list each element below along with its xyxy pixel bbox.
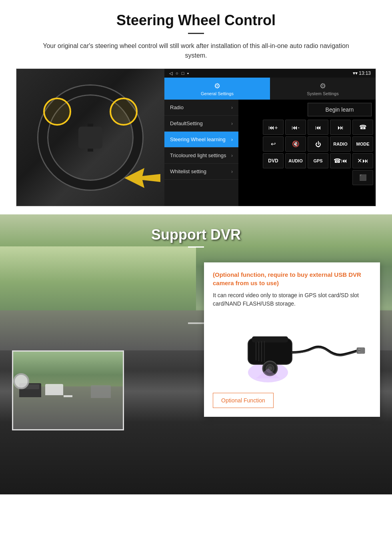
- dvr-camera-image: [213, 314, 371, 386]
- btn-x-next[interactable]: ✕⏭: [352, 153, 373, 168]
- menu-list: Radio › DefaultSetting › Steering Wheel …: [164, 100, 238, 206]
- nav-cast-icon[interactable]: ▪: [187, 71, 189, 76]
- dvr-title-underline: [188, 246, 204, 248]
- svg-rect-9: [358, 351, 360, 353]
- chevron-icon: ›: [231, 169, 233, 174]
- wheel-hub: [78, 126, 102, 148]
- road-line: [188, 322, 204, 324]
- tab-general-label: General Settings: [201, 91, 234, 96]
- control-row-1: ⏮+ ⏮- ⏮ ⏭ ☎: [241, 120, 373, 135]
- chevron-icon: ›: [231, 153, 233, 158]
- chevron-icon: ›: [231, 121, 233, 126]
- nav-square-icon[interactable]: □: [182, 71, 184, 76]
- status-time: ▾▾ 13:13: [353, 70, 371, 76]
- btn-prev-track[interactable]: ⏮: [308, 120, 328, 135]
- btn-mute[interactable]: 🔇: [285, 136, 306, 152]
- dvr-title: Support DVR: [0, 226, 392, 243]
- dvr-section: Support DVR (Optional function, require …: [0, 214, 392, 494]
- svg-rect-3: [252, 336, 288, 342]
- btn-phone-prev[interactable]: ☎⏮: [330, 153, 351, 168]
- optional-function-button[interactable]: Optional Function: [213, 393, 274, 408]
- menu-item-steering-wheel[interactable]: Steering Wheel learning ›: [164, 132, 238, 148]
- btn-audio[interactable]: AUDIO: [285, 153, 306, 168]
- control-row-4: ⬛: [241, 170, 373, 185]
- title-underline: [188, 33, 204, 34]
- menu-steering-label: Steering Wheel learning: [170, 136, 226, 142]
- svg-marker-0: [124, 168, 160, 188]
- btn-gps[interactable]: GPS: [308, 153, 328, 168]
- svg-rect-8: [358, 348, 360, 350]
- menu-item-radio[interactable]: Radio ›: [164, 100, 238, 116]
- nav-home-icon[interactable]: ○: [176, 71, 178, 76]
- btn-volume-up[interactable]: ⏮+: [263, 120, 284, 135]
- status-bar: ◁ ○ □ ▪ ▾▾ 13:13: [164, 69, 376, 78]
- scene-greenery: [0, 246, 196, 318]
- dvr-description: It can record video only to storage in G…: [213, 291, 371, 308]
- control-row-3: DVD AUDIO GPS ☎⏮ ✕⏭: [241, 153, 373, 168]
- thumb-car-3: [91, 385, 111, 398]
- thumb-road-line: [64, 395, 72, 397]
- steering-section: Steering Wheel Control Your original car…: [0, 0, 392, 214]
- general-settings-icon: ⚙: [214, 82, 220, 90]
- system-settings-icon: ⚙: [320, 82, 326, 90]
- steering-demo: ◁ ○ □ ▪ ▾▾ 13:13 ⚙ General Settings ⚙: [16, 68, 376, 206]
- chevron-icon: ›: [231, 137, 233, 142]
- time-display: 13:13: [359, 70, 371, 76]
- arrow-icon: [120, 166, 160, 190]
- highlight-right: [110, 98, 138, 126]
- steering-description: Your original car's steering wheel contr…: [36, 41, 356, 60]
- menu-item-whitelist[interactable]: Whitelist setting ›: [164, 164, 238, 180]
- tab-general-settings[interactable]: ⚙ General Settings: [164, 78, 270, 100]
- menu-tricoloured-label: Tricoloured light settings: [170, 152, 226, 158]
- btn-back-call[interactable]: ↩: [263, 136, 284, 152]
- android-tabs: ⚙ General Settings ⚙ System Settings: [164, 78, 376, 100]
- nav-back-icon[interactable]: ◁: [169, 71, 172, 76]
- menu-defaultsetting-label: DefaultSetting: [170, 120, 203, 126]
- steering-title: Steering Wheel Control: [16, 12, 376, 29]
- control-row-2: ↩ 🔇 ⏻ RADIO MODE: [241, 136, 373, 152]
- optional-function-area: Optional Function: [213, 393, 371, 408]
- btn-power[interactable]: ⏻: [308, 136, 328, 152]
- svg-rect-10: [361, 348, 364, 353]
- btn-dvd[interactable]: DVD: [263, 153, 284, 168]
- begin-learn-button[interactable]: Begin learn: [308, 103, 372, 116]
- dvr-title-area: Support DVR: [0, 214, 392, 256]
- menu-radio-label: Radio: [170, 104, 184, 110]
- dvr-dashboard: [0, 422, 392, 494]
- chevron-icon: ›: [231, 105, 233, 110]
- begin-learn-row: Begin learn: [241, 102, 373, 117]
- steering-wheel-image: [16, 69, 164, 206]
- menu-item-defaultsetting[interactable]: DefaultSetting ›: [164, 116, 238, 132]
- dvr-camera-svg: [216, 316, 368, 384]
- dvr-optional-text: (Optional function, require to buy exter…: [213, 270, 371, 287]
- control-panel: Begin learn ⏮+ ⏮- ⏮ ⏭ ☎ ↩ 🔇 ⏻: [238, 100, 376, 206]
- highlight-left: [43, 98, 71, 126]
- nav-buttons: ◁ ○ □ ▪: [169, 71, 189, 76]
- thumb-car-2: [45, 384, 63, 395]
- dvr-thumbnail: [12, 350, 124, 430]
- tab-system-label: System Settings: [307, 91, 338, 96]
- btn-next-track[interactable]: ⏭: [330, 120, 351, 135]
- android-ui: ◁ ○ □ ▪ ▾▾ 13:13 ⚙ General Settings ⚙: [164, 69, 376, 206]
- thumb-spare-tire: [13, 373, 29, 389]
- android-content: Radio › DefaultSetting › Steering Wheel …: [164, 100, 376, 206]
- btn-radio[interactable]: RADIO: [330, 136, 351, 152]
- btn-phone[interactable]: ☎: [352, 120, 373, 135]
- dvr-info-card: (Optional function, require to buy exter…: [204, 262, 380, 417]
- menu-item-tricoloured[interactable]: Tricoloured light settings ›: [164, 148, 238, 164]
- btn-mode[interactable]: MODE: [352, 136, 373, 152]
- btn-volume-down[interactable]: ⏮-: [285, 120, 306, 135]
- btn-extra[interactable]: ⬛: [352, 170, 373, 185]
- signal-icon: ▾▾: [353, 70, 358, 76]
- tab-system-settings[interactable]: ⚙ System Settings: [270, 78, 376, 100]
- menu-whitelist-label: Whitelist setting: [170, 168, 206, 174]
